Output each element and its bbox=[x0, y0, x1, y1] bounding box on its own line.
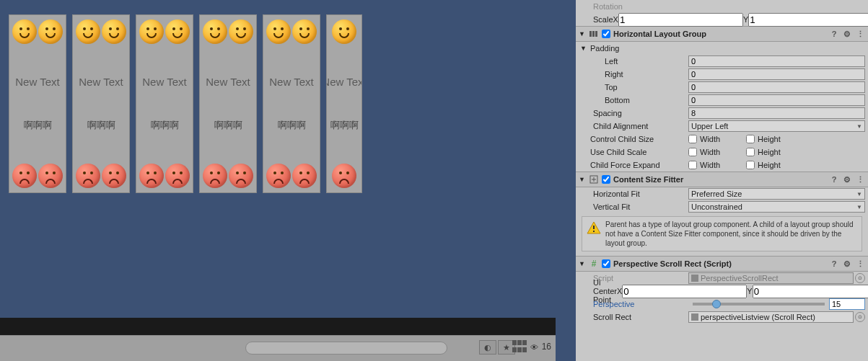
perspective-value-input[interactable] bbox=[829, 298, 865, 310]
component-header-csf[interactable]: ▼ Content Size Fitter ? ⚙ ⋮ bbox=[576, 171, 868, 187]
control-child-size-label: Control Child Size bbox=[576, 135, 688, 143]
sad-emoji-icon bbox=[102, 164, 126, 188]
svg-rect-0 bbox=[589, 31, 592, 37]
filter-button[interactable]: ◐ bbox=[479, 340, 496, 355]
y-label: Y bbox=[743, 15, 748, 24]
fold-icon[interactable]: ▼ bbox=[579, 30, 586, 37]
expand-height-checkbox[interactable] bbox=[746, 161, 755, 169]
uicenter-x-input[interactable] bbox=[622, 285, 747, 298]
visibility-icon: 👁 bbox=[530, 343, 538, 352]
scale-width-checkbox[interactable] bbox=[688, 148, 697, 156]
layout-toggle-icon[interactable] bbox=[512, 340, 528, 353]
padding-top-label: Top bbox=[579, 83, 688, 92]
script-object-icon bbox=[691, 275, 698, 282]
y-label: Y bbox=[747, 287, 752, 295]
uicenter-y-input[interactable] bbox=[753, 285, 868, 298]
card-title: New Text bbox=[269, 76, 313, 88]
component-enabled-checkbox[interactable] bbox=[602, 175, 610, 184]
list-item[interactable]: New Text 啊啊啊 bbox=[263, 14, 320, 193]
help-icon[interactable]: ? bbox=[829, 259, 839, 269]
expand-width-checkbox[interactable] bbox=[688, 161, 697, 169]
vertical-fit-label: Vertical Fit bbox=[579, 202, 688, 211]
perspective-slider[interactable] bbox=[693, 303, 825, 306]
inspector-panel: Rotation Scale X Y Z ▼ Horizontal Layout… bbox=[576, 0, 868, 361]
search-input[interactable] bbox=[245, 342, 447, 355]
context-menu-icon[interactable]: ⋮ bbox=[855, 174, 865, 184]
scrollrect-label: Scroll Rect bbox=[579, 313, 688, 321]
component-enabled-checkbox[interactable] bbox=[602, 30, 610, 38]
fold-icon[interactable]: ▼ bbox=[579, 176, 586, 183]
perspective-label: Perspective bbox=[579, 300, 688, 308]
padding-right-input[interactable] bbox=[688, 68, 865, 80]
card-title: New Text bbox=[206, 76, 250, 88]
game-view: New Text 啊啊啊 New Text 啊啊啊 New Text 啊啊啊 N… bbox=[0, 0, 556, 361]
component-enabled-checkbox[interactable] bbox=[602, 259, 610, 268]
card-title: New Text bbox=[15, 76, 59, 88]
child-alignment-label: Child Alignment bbox=[579, 122, 688, 130]
preset-icon[interactable]: ⚙ bbox=[842, 174, 852, 184]
padding-right-label: Right bbox=[579, 70, 688, 79]
list-item[interactable]: New Text 啊啊啊 bbox=[136, 14, 193, 193]
happy-emoji-icon bbox=[12, 19, 37, 44]
list-item[interactable]: New Text 啊啊啊 bbox=[326, 14, 362, 193]
happy-emoji-icon bbox=[139, 19, 164, 44]
scale-height-checkbox[interactable] bbox=[746, 148, 755, 156]
script-icon: # bbox=[589, 259, 599, 269]
component-title: Perspective Scroll Rect (Script) bbox=[613, 259, 826, 268]
sad-emoji-icon bbox=[203, 164, 227, 188]
padding-left-label: Left bbox=[579, 57, 688, 66]
list-item[interactable]: New Text 啊啊啊 bbox=[199, 14, 257, 193]
list-item[interactable]: New Text 啊啊啊 bbox=[72, 14, 130, 193]
warning-icon bbox=[587, 221, 601, 234]
scroll-list[interactable]: New Text 啊啊啊 New Text 啊啊啊 New Text 啊啊啊 N… bbox=[9, 14, 362, 193]
layout-group-icon bbox=[589, 29, 599, 39]
help-icon[interactable]: ? bbox=[829, 29, 839, 39]
card-title: New Text bbox=[326, 76, 362, 88]
scale-x-input[interactable] bbox=[618, 13, 743, 27]
object-picker-icon[interactable]: ⊙ bbox=[855, 312, 865, 322]
card-subtitle: 啊啊啊 bbox=[330, 119, 359, 132]
happy-emoji-icon bbox=[292, 19, 317, 44]
happy-emoji-icon bbox=[102, 19, 126, 44]
sad-emoji-icon bbox=[76, 164, 100, 188]
component-header-psr[interactable]: ▼ # Perspective Scroll Rect (Script) ? ⚙… bbox=[576, 256, 868, 272]
card-title: New Text bbox=[142, 76, 186, 88]
control-width-checkbox[interactable] bbox=[688, 135, 697, 143]
list-item[interactable]: New Text 啊啊啊 bbox=[9, 14, 66, 193]
fold-icon[interactable]: ▼ bbox=[579, 260, 586, 267]
svg-rect-4 bbox=[593, 226, 595, 229]
padding-bottom-input[interactable] bbox=[688, 94, 865, 106]
vertical-fit-dropdown[interactable]: Unconstrained▼ bbox=[688, 201, 865, 213]
happy-emoji-icon bbox=[266, 19, 291, 44]
divider bbox=[0, 318, 556, 335]
horizontal-fit-label: Horizontal Fit bbox=[579, 190, 688, 198]
padding-top-input[interactable] bbox=[688, 81, 865, 93]
component-header-hlg[interactable]: ▼ Horizontal Layout Group ? ⚙ ⋮ bbox=[576, 26, 868, 42]
sad-emoji-icon bbox=[266, 164, 291, 188]
object-picker-icon[interactable]: ⊙ bbox=[855, 273, 865, 283]
context-menu-icon[interactable]: ⋮ bbox=[855, 29, 865, 39]
control-height-checkbox[interactable] bbox=[746, 135, 755, 143]
sad-emoji-icon bbox=[292, 164, 317, 188]
sad-emoji-icon bbox=[139, 164, 164, 188]
help-icon[interactable]: ? bbox=[829, 174, 839, 184]
scale-y-input[interactable] bbox=[748, 13, 868, 27]
padding-left-input[interactable] bbox=[688, 55, 865, 67]
preset-icon[interactable]: ⚙ bbox=[842, 29, 852, 39]
sad-emoji-icon bbox=[165, 164, 190, 188]
scrollrect-field[interactable]: perspectiveListview (Scroll Rect) bbox=[688, 311, 854, 323]
sad-emoji-icon bbox=[38, 164, 63, 188]
preset-icon[interactable]: ⚙ bbox=[842, 259, 852, 269]
spacing-input[interactable] bbox=[688, 107, 865, 119]
object-icon bbox=[691, 313, 698, 321]
sad-emoji-icon bbox=[332, 164, 356, 188]
happy-emoji-icon bbox=[38, 19, 63, 44]
horizontal-fit-dropdown[interactable]: Preferred Size▼ bbox=[688, 188, 865, 200]
chevron-down-icon: ▼ bbox=[856, 191, 862, 197]
child-alignment-dropdown[interactable]: Upper Left▼ bbox=[688, 120, 865, 132]
sad-emoji-icon bbox=[12, 164, 37, 188]
context-menu-icon[interactable]: ⋮ bbox=[855, 259, 865, 269]
padding-label: Padding bbox=[590, 44, 619, 53]
fold-icon[interactable]: ▼ bbox=[580, 45, 587, 52]
chevron-down-icon: ▼ bbox=[856, 204, 862, 210]
